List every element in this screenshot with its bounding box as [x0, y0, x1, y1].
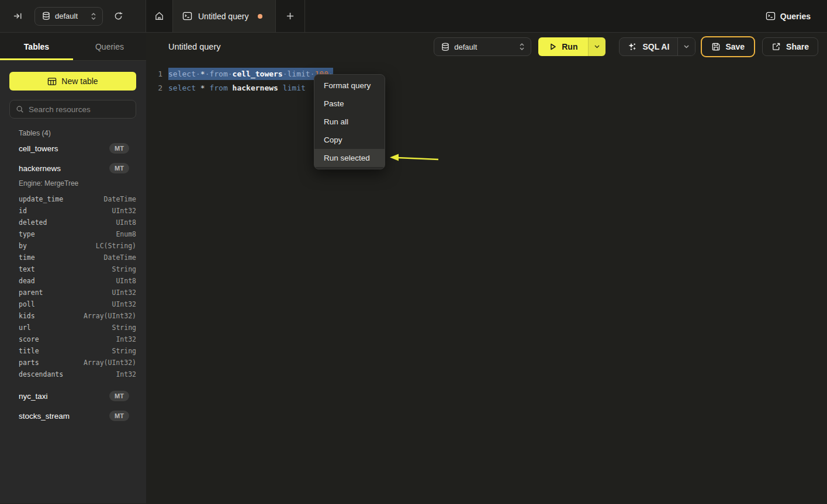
column-type: String — [112, 347, 136, 355]
query-title: Untitled query — [168, 42, 220, 51]
sql-editor[interactable]: 1select·*·from·cell_towers·limit·100·2se… — [146, 61, 827, 95]
column-row: deletedUInt8 — [0, 217, 146, 228]
run-options-button[interactable] — [589, 37, 605, 56]
run-label: Run — [562, 42, 577, 51]
column-type: Array(UInt32) — [84, 312, 136, 320]
topbar-database-selector[interactable]: default — [34, 7, 103, 26]
queries-button[interactable]: Queries — [766, 12, 811, 21]
refresh-button[interactable] — [110, 8, 127, 25]
search-input[interactable] — [29, 105, 132, 114]
column-name: deleted — [19, 218, 47, 227]
menu-item-format-query[interactable]: Format query — [314, 77, 385, 95]
column-row: scoreInt32 — [0, 333, 146, 345]
query-header: Untitled query default — [146, 33, 827, 61]
sql-ai-split-button: SQL AI — [619, 37, 695, 56]
table-engine-label: Engine: MergeTree — [0, 178, 146, 192]
collapse-sidebar-button[interactable] — [9, 8, 26, 25]
line-content: select * from hackernews limit — [168, 84, 306, 92]
line-number: 2 — [146, 84, 162, 92]
column-row: byLC(String) — [0, 240, 146, 252]
plus-icon — [286, 12, 295, 20]
column-name: title — [19, 347, 39, 355]
refresh-icon — [113, 11, 123, 21]
save-label: Save — [725, 42, 745, 51]
sidebar-tab-tables[interactable]: Tables — [0, 33, 73, 60]
column-row: deadUInt8 — [0, 275, 146, 287]
new-table-button[interactable]: New table — [9, 72, 136, 91]
table-engine-badge: MT — [109, 391, 129, 401]
sparkle-icon — [628, 42, 637, 51]
sidebar-table-row[interactable]: cell_towersMT — [0, 138, 146, 158]
column-name: kids — [19, 312, 35, 320]
home-button[interactable] — [151, 8, 168, 25]
run-button[interactable]: Run — [538, 37, 589, 56]
unsaved-dot — [258, 14, 262, 19]
save-button[interactable]: Save — [701, 36, 755, 57]
column-type: LC(String) — [96, 242, 136, 250]
top-bar-right: Queries — [305, 0, 827, 32]
column-row: timeDateTime — [0, 252, 146, 263]
run-split-button: Run — [538, 37, 605, 56]
tables-section-title: Tables (4) — [19, 129, 146, 137]
column-name: score — [19, 335, 39, 343]
column-row: titleString — [0, 345, 146, 357]
column-type: Int32 — [116, 370, 136, 378]
column-name: url — [19, 324, 31, 332]
sidebar-table-row[interactable]: stocks_streamMT — [0, 406, 146, 426]
menu-item-copy[interactable]: Copy — [314, 131, 385, 149]
column-name: id — [19, 207, 27, 215]
updown-chevron-icon — [519, 43, 525, 51]
share-button[interactable]: Share — [762, 37, 818, 56]
table-name: hackernews — [19, 164, 61, 173]
tables-list: cell_towersMThackernewsMTEngine: MergeTr… — [0, 138, 146, 503]
menu-item-run-selected[interactable]: Run selected — [314, 149, 385, 167]
table-engine-badge: MT — [109, 411, 129, 421]
column-name: update_time — [19, 195, 63, 203]
table-columns-list: update_timeDateTimeidUInt32deletedUInt8t… — [0, 192, 146, 386]
column-name: time — [19, 253, 35, 262]
column-type: Int32 — [116, 335, 136, 343]
column-type: UInt8 — [116, 218, 136, 227]
search-icon — [16, 105, 24, 113]
column-type: Enum8 — [116, 230, 136, 238]
queries-button-label: Queries — [780, 12, 811, 21]
line-content: select·*·from·cell_towers·limit·100· — [168, 68, 333, 80]
sidebar-table-row[interactable]: nyc_taxiMT — [0, 386, 146, 406]
column-row: textString — [0, 263, 146, 275]
new-table-label: New table — [61, 77, 98, 86]
sql-ai-button[interactable]: SQL AI — [620, 38, 677, 55]
home-icon — [154, 11, 164, 21]
column-row: idUInt32 — [0, 205, 146, 217]
sidebar-tabs: Tables Queries — [0, 33, 146, 61]
table-name: nyc_taxi — [19, 392, 48, 401]
code-line[interactable]: 2select * from hackernews limit — [146, 81, 827, 95]
new-tab-button[interactable] — [282, 8, 298, 24]
sql-ai-label: SQL AI — [642, 42, 669, 51]
column-row: update_timeDateTime — [0, 193, 146, 205]
column-row: partsArray(UInt32) — [0, 357, 146, 369]
column-name: by — [19, 242, 27, 250]
table-grid-icon — [47, 77, 57, 86]
query-database-selector[interactable]: default — [434, 37, 531, 56]
column-row: typeEnum8 — [0, 228, 146, 240]
play-icon — [549, 43, 557, 51]
column-name: dead — [19, 277, 35, 285]
sidebar-table-row[interactable]: hackernewsMT — [0, 158, 146, 178]
terminal-icon — [766, 12, 776, 20]
annotation-arrow — [389, 151, 442, 166]
table-engine-badge: MT — [109, 143, 129, 154]
query-database-value: default — [454, 43, 477, 51]
tab-untitled-query[interactable]: Untitled query — [173, 0, 276, 32]
menu-item-paste[interactable]: Paste — [314, 95, 385, 113]
search-box[interactable] — [9, 100, 136, 119]
editor-context-menu: Format queryPasteRun allCopyRun selected — [314, 74, 385, 169]
column-type: UInt32 — [112, 300, 136, 308]
tab-label: Untitled query — [198, 12, 248, 21]
share-label: Share — [786, 42, 809, 51]
sql-ai-options-button[interactable] — [677, 38, 695, 55]
code-line[interactable]: 1select·*·from·cell_towers·limit·100· — [146, 67, 827, 81]
column-name: descendants — [19, 370, 63, 378]
menu-item-run-all[interactable]: Run all — [314, 113, 385, 131]
database-icon — [441, 43, 449, 51]
sidebar-tab-queries[interactable]: Queries — [73, 33, 146, 60]
